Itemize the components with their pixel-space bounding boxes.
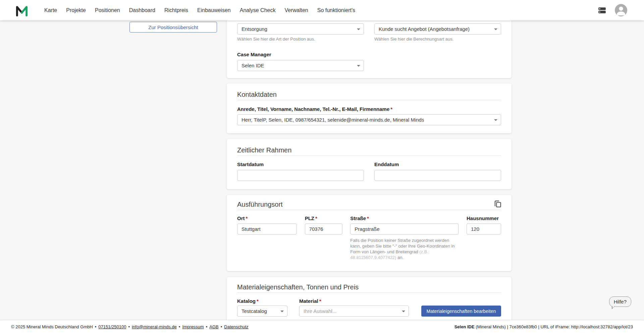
nav-item-so-funktionierts[interactable]: So funktioniert's <box>317 7 355 13</box>
footer-link-phone[interactable]: 07151/250100 <box>98 324 126 329</box>
footer-separator: • <box>221 324 222 329</box>
startdatum-label: Startdatum <box>237 161 364 168</box>
plz-field: PLZ* <box>305 215 342 235</box>
ort-input[interactable] <box>237 223 297 235</box>
zeitlicher-rahmen-title: Zeitlicher Rahmen <box>237 146 501 154</box>
material-label: Material* <box>299 298 409 304</box>
startdatum-input[interactable] <box>237 170 364 181</box>
zeitlicher-rahmen-card: Zeitlicher Rahmen Startdatum Enddatum <box>227 139 512 189</box>
copy-icon[interactable] <box>493 199 502 208</box>
strasse-helper-text: Falls die Position keiner Straße zugeord… <box>350 238 454 254</box>
footer-user-name: Selen IDE <box>454 324 475 329</box>
edit-material-properties-button[interactable]: Materialeigenschaften bearbeiten <box>421 306 501 317</box>
server-icon-glyph <box>597 6 607 15</box>
material-title: Materialeigenschaften, Tonnen und Preis <box>237 283 501 291</box>
katalog-label: Katalog* <box>237 298 287 304</box>
divider <box>237 210 501 210</box>
hausnummer-input[interactable] <box>467 223 501 235</box>
case-manager-select[interactable]: Selen IDE <box>237 60 364 71</box>
calculation-type-value: Kunde sucht Angebot (Angebotsanfrage) <box>379 26 470 32</box>
position-type-helper: Wählen Sie hier die Art der Position aus… <box>237 36 364 42</box>
position-type-value: Entsorgung <box>241 26 267 32</box>
footer-session-details: (Mineral Minds) | 7ce360e83fb0 | URL of … <box>475 324 633 329</box>
mineral-minds-logo[interactable] <box>15 3 29 17</box>
back-to-positions-button[interactable]: Zur Positionsübersicht <box>129 22 217 32</box>
required-marker: * <box>257 298 259 304</box>
calculation-type-select[interactable]: Kunde sucht Angebot (Angebotsanfrage) <box>374 23 501 35</box>
nav-item-einbauweisen[interactable]: Einbauweisen <box>197 7 231 13</box>
kontaktdaten-title: Kontaktdaten <box>237 90 501 99</box>
footer-link-agb[interactable]: AGB <box>209 324 218 329</box>
plz-label-text: PLZ <box>305 215 314 221</box>
calculation-type-field: Kunde sucht Angebot (Angebotsanfrage) Wä… <box>374 23 501 42</box>
caret-down-icon <box>357 65 360 67</box>
footer-separator: • <box>128 324 130 329</box>
divider <box>237 100 501 100</box>
nav-item-dashboard[interactable]: Dashboard <box>129 7 155 13</box>
strasse-helper: Falls die Position keiner Straße zugeord… <box>350 238 457 260</box>
required-marker: * <box>319 298 321 304</box>
footer-link-datenschutz[interactable]: Datenschutz <box>224 324 248 329</box>
position-type-field: Entsorgung Wählen Sie hier die Art der P… <box>237 23 364 42</box>
required-marker: * <box>390 106 392 112</box>
ausfuehrungsort-card: Ausführungsort Ort* PLZ* <box>227 195 512 271</box>
footer: © 2025 Mineral Minds Deutschland GmbH • … <box>0 320 644 333</box>
case-manager-label: Case Manager <box>237 52 501 58</box>
hausnummer-field: Hausnummer <box>467 215 501 235</box>
plz-label: PLZ* <box>305 215 342 221</box>
ort-label: Ort* <box>237 215 297 221</box>
case-manager-value: Selen IDE <box>241 63 264 68</box>
plz-input[interactable] <box>305 223 342 235</box>
strasse-label: Straße* <box>350 215 459 221</box>
calculation-type-helper: Wählen Sie hier die Berechnungsart aus. <box>374 36 501 42</box>
footer-left: © 2025 Mineral Minds Deutschland GmbH • … <box>11 324 249 329</box>
footer-session-info: Selen IDE (Mineral Minds) | 7ce360e83fb0… <box>454 324 633 329</box>
divider <box>237 155 501 156</box>
help-button[interactable]: Hilfe? <box>609 296 631 307</box>
footer-separator: • <box>179 324 180 329</box>
nav-item-verwalten[interactable]: Verwalten <box>284 7 308 13</box>
caret-down-icon <box>494 119 497 121</box>
caret-down-icon <box>280 311 284 312</box>
footer-separator: • <box>206 324 208 329</box>
footer-link-impressum[interactable]: Impressum <box>182 324 204 329</box>
contact-value: Herr, TitelP, Selen, IDE, 0987/654321, s… <box>241 117 424 123</box>
top-navbar: Karte Projekte Positionen Dashboard Rich… <box>0 0 644 20</box>
contact-label-text: Anrede, Titel, Vorname, Nachname, Tel.-N… <box>237 106 389 112</box>
katalog-field: Katalog* Testcatalog <box>237 298 287 317</box>
caret-down-icon <box>357 28 360 30</box>
caret-down-icon <box>402 311 405 312</box>
ausfuehrungsort-title: Ausführungsort <box>237 200 501 209</box>
nav-item-richtpreis[interactable]: Richtpreis <box>164 7 188 13</box>
strasse-field: Straße* Falls die Position keiner Straße… <box>350 215 459 260</box>
material-placeholder: Ihre Auswahl... <box>304 308 336 314</box>
contact-select[interactable]: Herr, TitelP, Selen, IDE, 0987/654321, s… <box>237 114 501 125</box>
katalog-value: Testcatalog <box>241 308 267 314</box>
hausnummer-label: Hausnummer <box>467 215 501 221</box>
content-copy-icon <box>493 199 502 208</box>
mineral-minds-logo-icon <box>15 4 29 17</box>
nav-item-analyse-check[interactable]: Analyse Check <box>240 7 276 13</box>
enddatum-input[interactable] <box>374 170 501 181</box>
user-avatar[interactable] <box>615 4 627 16</box>
startdatum-field: Startdatum <box>237 161 364 181</box>
page: Karte Projekte Positionen Dashboard Rich… <box>0 0 644 333</box>
katalog-label-text: Katalog <box>237 298 256 304</box>
footer-link-email[interactable]: info@mineral-minds.de <box>132 324 177 329</box>
strasse-input[interactable] <box>350 223 459 235</box>
footer-separator: • <box>95 324 97 329</box>
kontaktdaten-card: Kontaktdaten Anrede, Titel, Vorname, Nac… <box>227 83 512 133</box>
footer-copyright: © 2025 Mineral Minds Deutschland GmbH <box>11 324 93 329</box>
server-icon[interactable] <box>597 6 607 15</box>
material-field: Material* Ihre Auswahl... <box>299 298 409 317</box>
nav-item-positionen[interactable]: Positionen <box>95 7 120 13</box>
ort-field: Ort* <box>237 215 297 235</box>
navbar-right <box>597 4 627 16</box>
position-type-select[interactable]: Entsorgung <box>237 23 364 35</box>
person-icon <box>615 4 627 16</box>
divider <box>237 292 501 293</box>
katalog-select[interactable]: Testcatalog <box>237 306 287 317</box>
nav-item-projekte[interactable]: Projekte <box>66 7 86 13</box>
nav-item-karte[interactable]: Karte <box>44 7 57 13</box>
material-select[interactable]: Ihre Auswahl... <box>299 306 409 317</box>
